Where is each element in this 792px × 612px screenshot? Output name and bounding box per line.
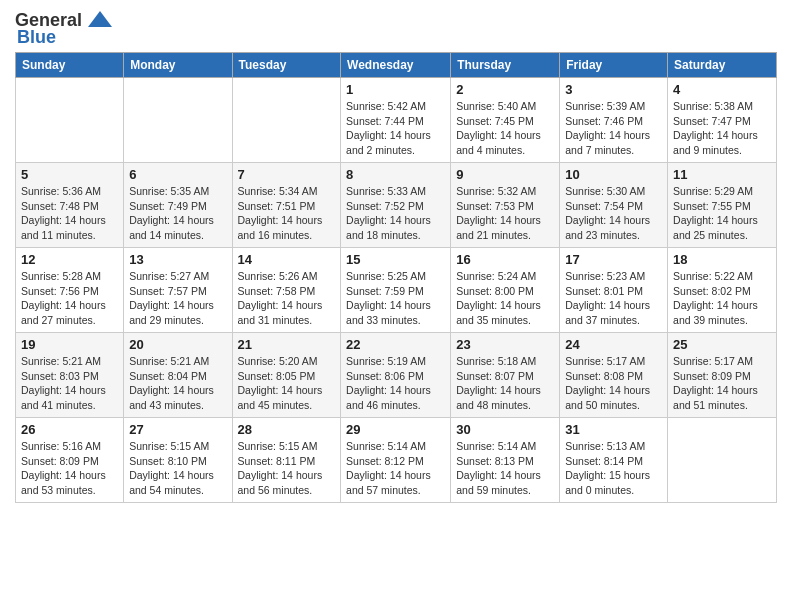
day-info: Sunrise: 5:36 AM Sunset: 7:48 PM Dayligh… — [21, 184, 118, 243]
calendar-cell: 17Sunrise: 5:23 AM Sunset: 8:01 PM Dayli… — [560, 248, 668, 333]
day-info: Sunrise: 5:22 AM Sunset: 8:02 PM Dayligh… — [673, 269, 771, 328]
calendar-cell: 16Sunrise: 5:24 AM Sunset: 8:00 PM Dayli… — [451, 248, 560, 333]
day-number: 23 — [456, 337, 554, 352]
day-number: 6 — [129, 167, 226, 182]
weekday-header-friday: Friday — [560, 53, 668, 78]
calendar-cell — [668, 418, 777, 503]
day-number: 12 — [21, 252, 118, 267]
weekday-header-tuesday: Tuesday — [232, 53, 341, 78]
calendar-cell: 2Sunrise: 5:40 AM Sunset: 7:45 PM Daylig… — [451, 78, 560, 163]
day-number: 7 — [238, 167, 336, 182]
day-info: Sunrise: 5:34 AM Sunset: 7:51 PM Dayligh… — [238, 184, 336, 243]
day-info: Sunrise: 5:14 AM Sunset: 8:13 PM Dayligh… — [456, 439, 554, 498]
day-info: Sunrise: 5:23 AM Sunset: 8:01 PM Dayligh… — [565, 269, 662, 328]
day-info: Sunrise: 5:15 AM Sunset: 8:10 PM Dayligh… — [129, 439, 226, 498]
day-number: 27 — [129, 422, 226, 437]
day-info: Sunrise: 5:27 AM Sunset: 7:57 PM Dayligh… — [129, 269, 226, 328]
week-row-2: 5Sunrise: 5:36 AM Sunset: 7:48 PM Daylig… — [16, 163, 777, 248]
day-info: Sunrise: 5:39 AM Sunset: 7:46 PM Dayligh… — [565, 99, 662, 158]
week-row-5: 26Sunrise: 5:16 AM Sunset: 8:09 PM Dayli… — [16, 418, 777, 503]
week-row-1: 1Sunrise: 5:42 AM Sunset: 7:44 PM Daylig… — [16, 78, 777, 163]
day-number: 19 — [21, 337, 118, 352]
day-info: Sunrise: 5:42 AM Sunset: 7:44 PM Dayligh… — [346, 99, 445, 158]
calendar-cell: 28Sunrise: 5:15 AM Sunset: 8:11 PM Dayli… — [232, 418, 341, 503]
calendar-cell: 26Sunrise: 5:16 AM Sunset: 8:09 PM Dayli… — [16, 418, 124, 503]
day-number: 20 — [129, 337, 226, 352]
day-info: Sunrise: 5:13 AM Sunset: 8:14 PM Dayligh… — [565, 439, 662, 498]
calendar-cell: 18Sunrise: 5:22 AM Sunset: 8:02 PM Dayli… — [668, 248, 777, 333]
day-number: 17 — [565, 252, 662, 267]
calendar-cell: 7Sunrise: 5:34 AM Sunset: 7:51 PM Daylig… — [232, 163, 341, 248]
day-info: Sunrise: 5:19 AM Sunset: 8:06 PM Dayligh… — [346, 354, 445, 413]
day-number: 13 — [129, 252, 226, 267]
day-number: 26 — [21, 422, 118, 437]
weekday-header-thursday: Thursday — [451, 53, 560, 78]
day-info: Sunrise: 5:17 AM Sunset: 8:09 PM Dayligh… — [673, 354, 771, 413]
calendar-cell: 14Sunrise: 5:26 AM Sunset: 7:58 PM Dayli… — [232, 248, 341, 333]
svg-marker-0 — [88, 11, 112, 27]
day-info: Sunrise: 5:24 AM Sunset: 8:00 PM Dayligh… — [456, 269, 554, 328]
calendar-cell: 10Sunrise: 5:30 AM Sunset: 7:54 PM Dayli… — [560, 163, 668, 248]
day-number: 21 — [238, 337, 336, 352]
day-info: Sunrise: 5:35 AM Sunset: 7:49 PM Dayligh… — [129, 184, 226, 243]
day-number: 2 — [456, 82, 554, 97]
calendar: SundayMondayTuesdayWednesdayThursdayFrid… — [15, 52, 777, 503]
day-number: 4 — [673, 82, 771, 97]
calendar-cell: 4Sunrise: 5:38 AM Sunset: 7:47 PM Daylig… — [668, 78, 777, 163]
day-number: 1 — [346, 82, 445, 97]
day-number: 30 — [456, 422, 554, 437]
day-info: Sunrise: 5:20 AM Sunset: 8:05 PM Dayligh… — [238, 354, 336, 413]
day-info: Sunrise: 5:14 AM Sunset: 8:12 PM Dayligh… — [346, 439, 445, 498]
weekday-header-saturday: Saturday — [668, 53, 777, 78]
calendar-cell: 24Sunrise: 5:17 AM Sunset: 8:08 PM Dayli… — [560, 333, 668, 418]
day-number: 11 — [673, 167, 771, 182]
calendar-cell: 5Sunrise: 5:36 AM Sunset: 7:48 PM Daylig… — [16, 163, 124, 248]
day-info: Sunrise: 5:29 AM Sunset: 7:55 PM Dayligh… — [673, 184, 771, 243]
calendar-cell: 21Sunrise: 5:20 AM Sunset: 8:05 PM Dayli… — [232, 333, 341, 418]
day-info: Sunrise: 5:33 AM Sunset: 7:52 PM Dayligh… — [346, 184, 445, 243]
calendar-cell: 12Sunrise: 5:28 AM Sunset: 7:56 PM Dayli… — [16, 248, 124, 333]
calendar-cell — [232, 78, 341, 163]
logo-blue: Blue — [17, 27, 56, 48]
day-info: Sunrise: 5:28 AM Sunset: 7:56 PM Dayligh… — [21, 269, 118, 328]
weekday-header-sunday: Sunday — [16, 53, 124, 78]
day-number: 28 — [238, 422, 336, 437]
week-row-4: 19Sunrise: 5:21 AM Sunset: 8:03 PM Dayli… — [16, 333, 777, 418]
calendar-cell: 8Sunrise: 5:33 AM Sunset: 7:52 PM Daylig… — [341, 163, 451, 248]
calendar-cell: 31Sunrise: 5:13 AM Sunset: 8:14 PM Dayli… — [560, 418, 668, 503]
calendar-cell: 30Sunrise: 5:14 AM Sunset: 8:13 PM Dayli… — [451, 418, 560, 503]
day-info: Sunrise: 5:32 AM Sunset: 7:53 PM Dayligh… — [456, 184, 554, 243]
week-row-3: 12Sunrise: 5:28 AM Sunset: 7:56 PM Dayli… — [16, 248, 777, 333]
day-info: Sunrise: 5:17 AM Sunset: 8:08 PM Dayligh… — [565, 354, 662, 413]
weekday-header-monday: Monday — [124, 53, 232, 78]
day-number: 31 — [565, 422, 662, 437]
day-info: Sunrise: 5:30 AM Sunset: 7:54 PM Dayligh… — [565, 184, 662, 243]
day-number: 15 — [346, 252, 445, 267]
day-info: Sunrise: 5:16 AM Sunset: 8:09 PM Dayligh… — [21, 439, 118, 498]
day-number: 24 — [565, 337, 662, 352]
calendar-cell: 9Sunrise: 5:32 AM Sunset: 7:53 PM Daylig… — [451, 163, 560, 248]
day-info: Sunrise: 5:15 AM Sunset: 8:11 PM Dayligh… — [238, 439, 336, 498]
day-number: 5 — [21, 167, 118, 182]
calendar-cell: 27Sunrise: 5:15 AM Sunset: 8:10 PM Dayli… — [124, 418, 232, 503]
day-number: 10 — [565, 167, 662, 182]
day-info: Sunrise: 5:40 AM Sunset: 7:45 PM Dayligh… — [456, 99, 554, 158]
weekday-header-wednesday: Wednesday — [341, 53, 451, 78]
calendar-cell — [16, 78, 124, 163]
calendar-cell: 3Sunrise: 5:39 AM Sunset: 7:46 PM Daylig… — [560, 78, 668, 163]
day-info: Sunrise: 5:21 AM Sunset: 8:03 PM Dayligh… — [21, 354, 118, 413]
calendar-cell — [124, 78, 232, 163]
calendar-cell: 22Sunrise: 5:19 AM Sunset: 8:06 PM Dayli… — [341, 333, 451, 418]
day-number: 29 — [346, 422, 445, 437]
logo: General Blue — [15, 10, 114, 48]
day-info: Sunrise: 5:26 AM Sunset: 7:58 PM Dayligh… — [238, 269, 336, 328]
day-number: 8 — [346, 167, 445, 182]
header: General Blue — [15, 10, 777, 48]
calendar-cell: 19Sunrise: 5:21 AM Sunset: 8:03 PM Dayli… — [16, 333, 124, 418]
day-info: Sunrise: 5:18 AM Sunset: 8:07 PM Dayligh… — [456, 354, 554, 413]
day-info: Sunrise: 5:38 AM Sunset: 7:47 PM Dayligh… — [673, 99, 771, 158]
day-number: 3 — [565, 82, 662, 97]
calendar-cell: 13Sunrise: 5:27 AM Sunset: 7:57 PM Dayli… — [124, 248, 232, 333]
day-info: Sunrise: 5:25 AM Sunset: 7:59 PM Dayligh… — [346, 269, 445, 328]
calendar-cell: 29Sunrise: 5:14 AM Sunset: 8:12 PM Dayli… — [341, 418, 451, 503]
